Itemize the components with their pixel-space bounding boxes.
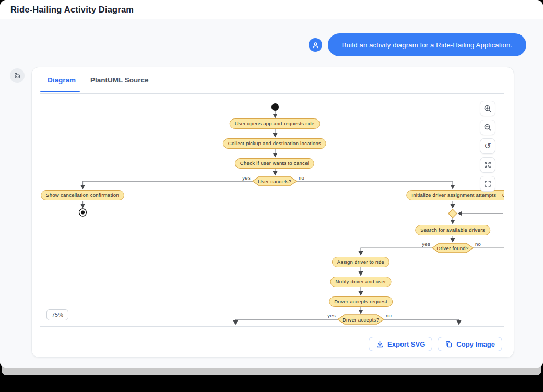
- assistant-avatar: [10, 68, 25, 83]
- activity-node-accepts-request: Driver accepts request: [329, 296, 393, 307]
- active-tab-underline: [40, 91, 80, 92]
- user-message-bubble: Build an activity diagram for a Ride-Hai…: [328, 33, 526, 56]
- fullscreen-button[interactable]: [480, 176, 495, 192]
- branch-label-yes: yes: [409, 241, 430, 248]
- copy-image-button[interactable]: Copy Image: [438, 337, 502, 351]
- decision-label-driver-accepts: Driver accepts?: [343, 317, 380, 323]
- zoom-in-icon: [483, 104, 492, 113]
- branch-label-no: no: [475, 241, 496, 248]
- tab-bar: Diagram PlantUML Source: [40, 67, 156, 93]
- reset-icon: ↺: [484, 142, 491, 150]
- tab-diagram[interactable]: Diagram: [40, 76, 83, 84]
- activity-node-init-attempts: Initialize driver assignment attempts = …: [406, 190, 504, 200]
- fullscreen-icon: [483, 180, 492, 188]
- merge-diamond: [448, 209, 457, 218]
- diagram-card: Diagram PlantUML Source: [31, 67, 514, 358]
- card-actions: Export SVG Copy Image: [369, 337, 502, 351]
- app-header: Ride-Hailing Activity Diagram: [0, 0, 543, 19]
- export-svg-button[interactable]: Export SVG: [369, 337, 432, 351]
- activity-node-check-cancel: Check if user wants to cancel: [235, 158, 314, 169]
- person-icon: [312, 41, 320, 49]
- reset-view-button[interactable]: ↺: [480, 138, 495, 154]
- activity-node-assign-driver: Assign driver to ride: [332, 257, 389, 267]
- activity-node-cancel-confirmation: Show cancellation confirmation: [41, 190, 124, 200]
- branch-label-yes: yes: [230, 174, 251, 182]
- expand-button[interactable]: [480, 157, 495, 173]
- expand-icon: [483, 161, 492, 169]
- diagram-canvas[interactable]: User opens app and requests ride Collect…: [40, 93, 504, 327]
- zoom-out-button[interactable]: [480, 120, 495, 135]
- decision-label-user-cancels: User cancels?: [258, 179, 291, 184]
- activity-node-notify: Notify driver and user: [330, 277, 392, 287]
- activity-node-search-drivers: Search for available drivers: [415, 225, 490, 235]
- app-window: Ride-Hailing Activity Diagram Build an a…: [0, 0, 543, 368]
- user-avatar: [309, 38, 322, 52]
- export-svg-label: Export SVG: [387, 340, 425, 348]
- activity-node-collect-locations: Collect pickup and destination locations: [223, 138, 326, 149]
- copy-icon: [445, 340, 453, 348]
- activity-node-open-app: User opens app and requests ride: [230, 118, 320, 129]
- copy-image-label: Copy Image: [456, 340, 495, 348]
- page-title: Ride-Hailing Activity Diagram: [10, 5, 134, 15]
- zoom-in-button[interactable]: [480, 101, 495, 116]
- start-node: [272, 103, 279, 111]
- zoom-controls: ↺: [480, 101, 495, 192]
- branch-label-no: no: [386, 312, 407, 319]
- zoom-level-badge: 75%: [46, 309, 68, 320]
- zoom-out-icon: [483, 123, 492, 132]
- branch-label-no: no: [299, 174, 320, 182]
- branch-label-yes: yes: [315, 312, 336, 319]
- download-icon: [376, 340, 384, 348]
- robot-icon: [13, 72, 21, 80]
- end-node: [79, 209, 87, 216]
- decision-label-driver-found: Driver found?: [437, 245, 469, 251]
- tab-plantuml-source[interactable]: PlantUML Source: [83, 76, 156, 84]
